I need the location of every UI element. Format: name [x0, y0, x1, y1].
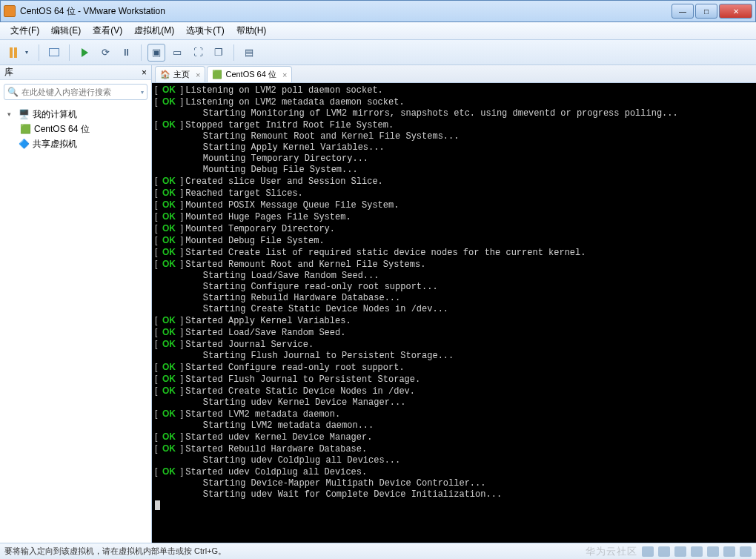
menu-view[interactable]: 查看(V) [87, 24, 128, 37]
toolbar-divider [39, 44, 39, 61]
vm-icon: 🟩 [19, 124, 31, 134]
search-box[interactable]: 🔍 ▾ [4, 84, 147, 100]
tree-toggle-icon[interactable]: ▾ [7, 110, 15, 118]
app-icon [4, 5, 16, 17]
tree-label: 共享虚拟机 [33, 138, 77, 150]
status-bar: 要将输入定向到该虚拟机，请在虚拟机内部单击或按 Ctrl+G。 华为云社区 [0, 543, 756, 559]
menu-vm[interactable]: 虚拟机(M) [128, 24, 180, 37]
sidebar-tree: ▾ 🖥️ 我的计算机 🟩 CentOS 64 位 🔷 共享虚拟机 [0, 104, 151, 154]
device-net-icon[interactable] [674, 546, 686, 557]
suspend-button[interactable]: ⏸ [117, 44, 135, 62]
sidebar-title: 库 [4, 66, 13, 79]
search-icon: 🔍 [7, 87, 19, 97]
menu-help[interactable]: 帮助(H) [231, 24, 273, 37]
fullscreen-button[interactable]: ⛶ [189, 44, 207, 62]
tree-shared-vms[interactable]: 🔷 共享虚拟机 [4, 136, 147, 151]
device-hdd-icon[interactable] [642, 546, 654, 557]
device-display-icon[interactable] [740, 546, 752, 557]
terminal-output[interactable]: [ OK ] Listening on LVM2 poll daemon soc… [152, 83, 756, 543]
tree-vm-centos[interactable]: 🟩 CentOS 64 位 [4, 122, 147, 136]
unity-button[interactable]: ❐ [210, 44, 228, 62]
maximize-button[interactable]: □ [695, 4, 717, 19]
tab-close-icon[interactable]: × [196, 70, 200, 79]
view-thumbnail-button[interactable]: ▭ [168, 44, 186, 62]
watermark: 华为云社区 [586, 545, 637, 558]
device-printer-icon[interactable] [723, 546, 735, 557]
vm-icon: 🟩 [212, 70, 222, 79]
content-area: 🏠 主页 × 🟩 CentOS 64 位 × [ OK ] Listening … [152, 65, 756, 543]
tree-label: 我的计算机 [33, 108, 77, 121]
power-on-button[interactable] [76, 44, 93, 62]
toolbar-divider [141, 44, 142, 61]
menu-edit[interactable]: 编辑(E) [45, 24, 87, 37]
search-dropdown-icon[interactable]: ▾ [141, 89, 144, 96]
toolbar: ▾ ⟳ ⏸ ▣ ▭ ⛶ ❐ ▤ [0, 40, 756, 65]
pause-button[interactable] [4, 44, 22, 62]
snapshot-button[interactable] [45, 44, 63, 62]
menu-file[interactable]: 文件(F) [4, 24, 45, 37]
menu-tabs[interactable]: 选项卡(T) [180, 24, 230, 37]
toolbar-divider [233, 44, 234, 61]
device-usb-icon[interactable] [691, 546, 703, 557]
menu-bar: 文件(F) 编辑(E) 查看(V) 虚拟机(M) 选项卡(T) 帮助(H) [0, 22, 756, 40]
window-titlebar: CentOS 64 位 - VMware Workstation — □ ✕ [0, 0, 756, 22]
tab-label: CentOS 64 位 [225, 69, 276, 80]
close-button[interactable]: ✕ [719, 4, 752, 19]
view-console-button[interactable]: ▣ [147, 44, 165, 62]
tab-label: 主页 [173, 69, 190, 80]
library-toggle-button[interactable]: ▤ [240, 44, 258, 62]
tab-close-icon[interactable]: × [282, 70, 287, 79]
tab-bar: 🏠 主页 × 🟩 CentOS 64 位 × [152, 65, 756, 83]
sidebar: 库 × 🔍 ▾ ▾ 🖥️ 我的计算机 🟩 CentOS 64 位 🔷 共享虚拟机 [0, 65, 152, 543]
main-area: 库 × 🔍 ▾ ▾ 🖥️ 我的计算机 🟩 CentOS 64 位 🔷 共享虚拟机 [0, 65, 756, 543]
tab-centos[interactable]: 🟩 CentOS 64 位 × [207, 66, 292, 82]
window-title: CentOS 64 位 - VMware Workstation [20, 5, 670, 18]
search-input[interactable] [21, 87, 141, 96]
device-cd-icon[interactable] [658, 546, 670, 557]
tree-my-computer[interactable]: ▾ 🖥️ 我的计算机 [4, 107, 147, 122]
status-hint: 要将输入定向到该虚拟机，请在虚拟机内部单击或按 Ctrl+G。 [4, 546, 226, 557]
reset-button[interactable]: ⟳ [96, 44, 114, 62]
tree-label: CentOS 64 位 [34, 123, 90, 136]
pause-dropdown[interactable]: ▾ [25, 49, 33, 56]
minimize-button[interactable]: — [672, 4, 694, 19]
device-sound-icon[interactable] [707, 546, 719, 557]
shared-icon: 🔷 [18, 139, 30, 149]
tab-home[interactable]: 🏠 主页 × [155, 66, 205, 82]
computer-icon: 🖥️ [18, 109, 30, 119]
sidebar-close-icon[interactable]: × [142, 67, 147, 78]
sidebar-header: 库 × [0, 65, 151, 80]
home-icon: 🏠 [160, 70, 170, 79]
toolbar-divider [69, 44, 70, 61]
